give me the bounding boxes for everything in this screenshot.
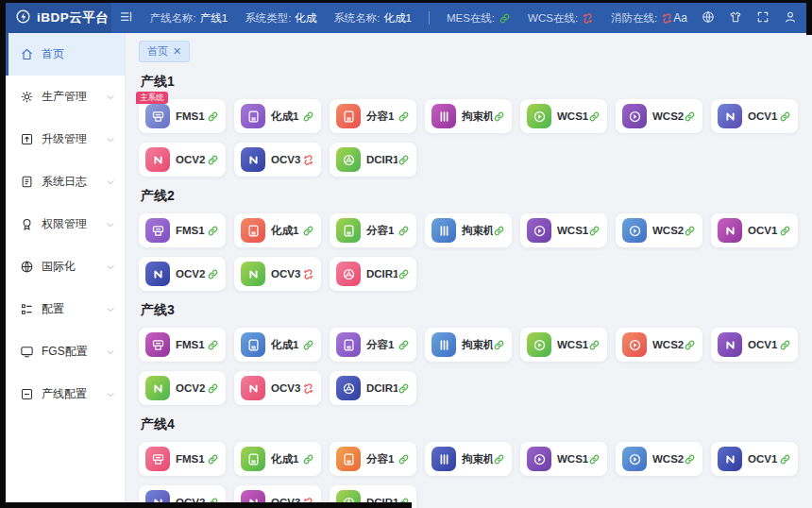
theme-button[interactable] [729, 10, 742, 26]
system-card[interactable]: OCV1 [711, 213, 798, 247]
ocv-icon [718, 218, 742, 243]
system-card[interactable]: OCV3 [234, 257, 321, 291]
info-value: 化成1 [384, 11, 412, 25]
user-button[interactable] [784, 10, 797, 26]
system-card[interactable]: OCV1 [711, 328, 798, 362]
system-card[interactable]: 拘束机 [425, 328, 512, 362]
card-label: WCS1 [557, 225, 588, 236]
section-title: 产线4 [141, 416, 799, 433]
system-card[interactable]: 化成1 [234, 442, 321, 476]
tab-label: 首页 [147, 44, 168, 59]
section-title: 产线2 [141, 188, 799, 205]
system-card[interactable]: 分容1 [330, 328, 416, 362]
sidebar-item-lineconfig[interactable]: 产线配置 [6, 373, 125, 415]
card-label: 拘束机 [462, 338, 493, 352]
system-card[interactable]: OCV3 [234, 371, 321, 405]
system-card[interactable]: OCV3 [234, 143, 321, 177]
system-card[interactable]: 主系统FMS1 [139, 99, 226, 133]
system-card[interactable]: FMS1 [139, 213, 226, 247]
fms-icon [145, 104, 170, 128]
main-system-tag: 主系统 [136, 92, 168, 104]
tray-icon [241, 332, 265, 357]
system-card[interactable]: 化成1 [234, 328, 321, 362]
tray-icon [336, 332, 361, 357]
system-card[interactable]: OCV2 [139, 371, 226, 405]
card-label: 分容1 [366, 110, 398, 124]
ocv-icon [145, 376, 170, 400]
tab-home[interactable]: 首页 ✕ [139, 41, 190, 62]
language-icon [702, 10, 715, 26]
chevron-down-icon [106, 220, 115, 229]
sidebar-item-i18n[interactable]: 国际化 [6, 246, 125, 288]
system-card[interactable]: 拘束机 [425, 442, 512, 476]
tab-close-icon[interactable]: ✕ [173, 46, 181, 57]
user-icon [784, 10, 797, 26]
card-label: DCIR1 [366, 382, 398, 394]
system-card[interactable]: WCS1 [520, 442, 607, 476]
system-card[interactable]: FMS1 [139, 442, 226, 476]
card-label: 分容1 [366, 338, 398, 352]
sidebar-item-permission[interactable]: 权限管理 [6, 203, 125, 246]
wcs-icon [622, 447, 647, 471]
ocv-icon [145, 147, 170, 172]
system-card[interactable]: DCIR1 [330, 257, 416, 291]
chevron-down-icon [106, 135, 115, 144]
sidebar: 首页生产管理升级管理系统日志权限管理国际化配置FGS配置产线配置 [6, 33, 126, 508]
sidebar-fold-button[interactable] [111, 3, 141, 33]
fullscreen-button[interactable] [756, 10, 770, 26]
link-icon [302, 453, 314, 466]
sidebar-item-label: 升级管理 [42, 131, 106, 147]
top-header: iBDP云平台 产线名称:产线1系统类型:化成系统名称:化成1MES在线:WCS… [6, 3, 812, 33]
card-label: 拘束机 [462, 110, 493, 124]
system-card[interactable]: FMS1 [139, 328, 226, 362]
card-label: OCV1 [748, 110, 779, 122]
system-card[interactable]: OCV1 [711, 99, 798, 133]
system-card[interactable]: WCS2 [616, 213, 702, 247]
system-card[interactable]: DCIR1 [330, 371, 416, 405]
system-card[interactable]: WCS1 [520, 328, 607, 362]
card-label: WCS2 [652, 339, 684, 350]
system-card[interactable]: 化成1 [234, 99, 321, 133]
card-label: 分容1 [366, 224, 398, 238]
link-icon [588, 453, 601, 466]
system-card[interactable]: WCS1 [520, 99, 607, 133]
unlink-icon [582, 12, 594, 25]
system-card[interactable]: WCS2 [616, 442, 702, 476]
ocv-icon [241, 262, 265, 286]
system-card[interactable]: OCV2 [139, 143, 226, 177]
sidebar-item-production[interactable]: 生产管理 [6, 76, 125, 118]
section-title: 产线1 [141, 74, 799, 91]
system-card[interactable]: 分容1 [330, 99, 416, 133]
system-card[interactable]: 化成1 [234, 213, 321, 247]
link-icon [207, 339, 219, 351]
system-card[interactable]: WCS2 [616, 328, 702, 362]
system-card[interactable]: 拘束机 [425, 99, 512, 133]
sidebar-item-home[interactable]: 首页 [6, 33, 125, 76]
language-button[interactable] [702, 10, 715, 26]
upgrade-icon [20, 132, 34, 146]
system-card[interactable]: OCV2 [139, 257, 226, 291]
font-size-button[interactable]: Aa [673, 11, 687, 25]
link-icon [207, 110, 219, 123]
dcir-icon [336, 147, 361, 172]
system-card[interactable]: OCV1 [711, 442, 798, 476]
system-card[interactable]: 分容1 [330, 442, 416, 476]
sidebar-item-upgrade[interactable]: 升级管理 [6, 118, 125, 161]
app-title: iBDP云平台 [37, 9, 109, 26]
wcs-icon [527, 218, 551, 243]
sidebar-item-config[interactable]: 配置 [6, 288, 125, 330]
card-label: OCV1 [748, 339, 779, 350]
ocv-icon [241, 147, 265, 172]
sidebar-item-log[interactable]: 系统日志 [6, 161, 125, 203]
sidebar-item-fgs[interactable]: FGS配置 [6, 330, 125, 373]
card-label: WCS1 [557, 110, 588, 122]
system-card[interactable]: WCS1 [520, 213, 607, 247]
system-card[interactable]: 拘束机 [425, 213, 512, 247]
system-card[interactable]: 分容1 [330, 213, 416, 247]
section-title: 产线3 [141, 302, 799, 319]
system-card[interactable]: WCS2 [616, 99, 702, 133]
fullscreen-icon [756, 10, 770, 26]
link-icon [779, 110, 791, 123]
log-icon [20, 175, 34, 189]
system-card[interactable]: DCIR1 [330, 143, 416, 177]
